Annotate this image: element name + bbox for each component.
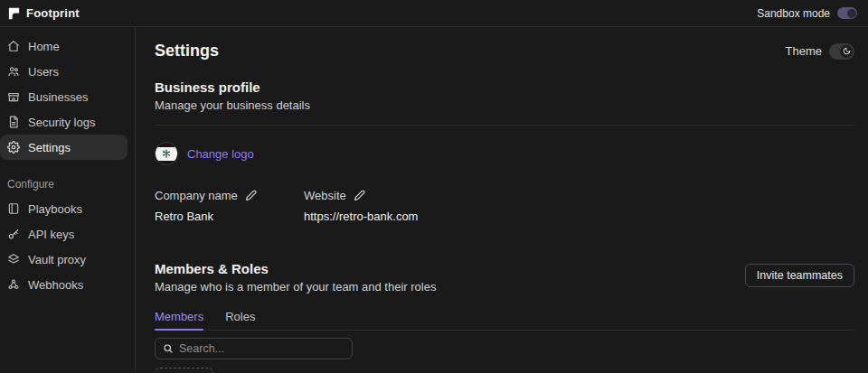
sidebar-item-vault-proxy[interactable]: Vault proxy: [0, 247, 127, 272]
sidebar: Home Users Businesses Security logs Sett…: [0, 27, 136, 372]
theme-label: Theme: [786, 44, 822, 58]
sidebar-item-security-logs[interactable]: Security logs: [0, 109, 127, 135]
sandbox-mode-control: Sandbox mode: [757, 7, 857, 20]
members-search[interactable]: [155, 338, 353, 359]
topbar: Footprint Sandbox mode: [0, 0, 868, 27]
sidebar-item-api-keys[interactable]: API keys: [0, 221, 127, 247]
sidebar-item-label: Settings: [28, 141, 71, 154]
members-roles-heading: Members & Roles: [155, 261, 436, 276]
businesses-icon: [7, 90, 20, 103]
edit-pencil-icon[interactable]: [245, 190, 257, 201]
sidebar-item-settings[interactable]: Settings: [0, 135, 127, 160]
divider: [155, 330, 854, 331]
brand-name: Footprint: [26, 6, 80, 20]
sidebar-item-home[interactable]: Home: [0, 33, 127, 59]
invite-teammates-button[interactable]: Invite teammates: [745, 264, 854, 287]
sidebar-section-configure: Configure: [7, 178, 135, 191]
sidebar-item-label: Users: [28, 65, 59, 79]
sidebar-item-label: Home: [28, 40, 60, 53]
divider: [155, 125, 854, 126]
sidebar-item-label: API keys: [28, 228, 74, 241]
api-keys-icon: [7, 228, 20, 240]
sidebar-item-label: Webhooks: [28, 278, 83, 292]
sidebar-item-label: Vault proxy: [28, 253, 86, 266]
users-icon: [7, 65, 20, 78]
company-logo-mark: [156, 147, 177, 161]
main-content: Settings Theme Business profile Manage y…: [136, 27, 868, 372]
theme-control: Theme: [786, 43, 854, 60]
members-roles-subheading: Manage who is a member of your team and …: [155, 280, 436, 294]
company-name-field: Company name Retro Bank: [155, 189, 304, 223]
change-logo-link[interactable]: Change logo: [187, 147, 254, 161]
settings-icon: [7, 141, 20, 154]
vault-proxy-icon: [7, 253, 20, 266]
theme-toggle[interactable]: [829, 43, 854, 60]
sandbox-mode-toggle[interactable]: [837, 7, 857, 19]
search-icon: [163, 343, 174, 354]
footprint-logo-icon: [7, 6, 21, 21]
playbooks-icon: [7, 202, 20, 215]
tab-roles[interactable]: Roles: [225, 310, 255, 330]
toggle-knob: [847, 9, 856, 18]
sidebar-item-businesses[interactable]: Businesses: [0, 84, 127, 109]
webhooks-icon: [7, 278, 20, 291]
security-logs-icon: [7, 116, 20, 128]
company-name-value: Retro Bank: [155, 210, 304, 223]
brand: Footprint: [7, 6, 80, 21]
edit-pencil-icon[interactable]: [354, 190, 365, 201]
sidebar-item-label: Businesses: [28, 90, 88, 104]
sidebar-item-webhooks[interactable]: Webhooks: [0, 272, 127, 297]
sidebar-item-users[interactable]: Users: [0, 59, 127, 84]
business-profile-subheading: Manage your business details: [155, 98, 854, 112]
business-profile-heading: Business profile: [155, 79, 854, 95]
home-icon: [7, 40, 20, 52]
sandbox-mode-label: Sandbox mode: [757, 7, 830, 20]
sidebar-item-label: Playbooks: [28, 202, 82, 216]
website-value: https://retro-bank.com: [304, 210, 453, 223]
members-roles-tabs: Members Roles: [155, 310, 854, 330]
company-name-label: Company name: [155, 189, 238, 202]
search-input[interactable]: [179, 342, 344, 355]
sidebar-item-label: Security logs: [28, 116, 95, 129]
tab-members[interactable]: Members: [155, 310, 203, 330]
sidebar-item-playbooks[interactable]: Playbooks: [0, 196, 127, 221]
website-label: Website: [304, 189, 346, 202]
company-logo-avatar: [155, 142, 178, 165]
page-title: Settings: [155, 42, 219, 61]
moon-icon: [840, 45, 853, 58]
role-filter-button[interactable]: Role: [155, 368, 213, 373]
website-field: Website https://retro-bank.com: [304, 189, 453, 223]
